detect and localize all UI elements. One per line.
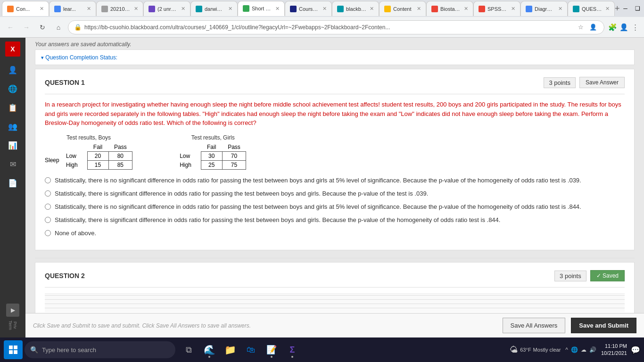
tab-content[interactable]: Content ✕ [379,1,426,16]
sidebar-icon-globe[interactable]: 🌐 [5,81,20,96]
star-icon[interactable]: ☆ [576,22,586,33]
weather-widget[interactable]: 🌤 63°F Mostly clear [510,345,561,355]
tab-close-8[interactable]: ✕ [370,6,374,12]
new-tab-button[interactable]: + [615,2,620,15]
save-answer-button-1[interactable]: Save Answer [579,77,625,88]
answer-label-5[interactable]: None of above. [55,229,96,238]
taskbar-app-word[interactable]: 📝 [262,340,281,359]
account-icon[interactable]: 👤 [619,22,629,33]
tab-close-1[interactable]: ✕ [40,6,44,12]
notification-icon[interactable]: 💬 [631,346,640,354]
tab-close-3[interactable]: ✕ [134,6,138,12]
tab-con[interactable]: Con... ✕ [2,1,49,16]
taskbar-app-files[interactable]: 📁 [221,340,239,359]
boys-table-title: Test results, Boys [45,134,132,141]
tab-short[interactable]: Short Es... ✕ [238,1,285,16]
save-all-answers-button[interactable]: Save All Answers [503,318,566,333]
question-1-header: QUESTION 1 3 points Save Answer [45,77,625,94]
minimize-button[interactable]: ─ [620,3,631,14]
tab-course[interactable]: Course H... ✕ [285,1,332,16]
start-button[interactable] [4,340,23,359]
svg-rect-3 [14,350,17,354]
tab-close-7[interactable]: ✕ [322,6,327,12]
profile-icon[interactable]: 👤 [588,22,598,33]
maximize-button[interactable]: ❑ [632,3,644,14]
tab-spss[interactable]: SPSS - M... ✕ [473,1,520,16]
radio-q1-option2[interactable] [45,190,51,197]
tab-diagram[interactable]: Diagram... ✕ [520,1,568,16]
tab-label-8: blackbo... [346,6,366,12]
sidebar-icon-user[interactable]: 👤 [5,62,20,77]
content-panel: Your answers are saved automatically. ▾ … [25,38,644,337]
home-button[interactable]: ⌂ [52,21,65,34]
tab-close-12[interactable]: ✕ [558,6,562,12]
sidebar-icon-doc[interactable]: 📄 [5,175,20,190]
tab-favicon-12 [526,6,532,12]
answer-label-4[interactable]: Statistically, there is significant diff… [55,216,500,224]
word-icon: 📝 [266,345,277,355]
sidebar-icon-mail[interactable]: ✉ [5,156,20,172]
radio-q1-option1[interactable] [45,177,51,183]
forward-button[interactable]: → [20,21,33,34]
sidebar-icon-chart[interactable]: 📊 [5,138,20,153]
sidebar-icon-clipboard[interactable]: 📋 [5,100,20,115]
answer-label-1[interactable]: Statistically, there is no significant d… [55,176,581,185]
taskbar-app-task-view[interactable]: ⧉ [179,340,198,359]
tab-2021[interactable]: 202100... ✕ [96,1,143,16]
taskbar-app-sigma[interactable]: Σ [283,340,302,359]
question-completion-bar[interactable]: ▾ Question Completion Status: [35,49,635,65]
saved-button-2[interactable]: ✓ Saved [590,270,625,281]
tab-unreads[interactable]: (2 unrea... ✕ [143,1,190,16]
taskbar-app-windows-store[interactable]: 🛍 [241,340,260,359]
tab-question[interactable]: QUESTIO... ✕ [568,1,615,16]
question-1-points-area: 3 points Save Answer [544,77,625,88]
tab-close-13[interactable]: ✕ [605,6,610,12]
tab-close-10[interactable]: ✕ [464,6,468,12]
more-icon[interactable]: ⋮ [630,22,640,33]
address-bar[interactable]: 🔒 https://bb-csuohio.blackboard.com/ultr… [68,20,604,34]
tab-close-6[interactable]: ✕ [275,6,280,12]
tab-blackbo[interactable]: blackbo... ✕ [332,1,379,16]
clock-date: 10/21/2021 [601,350,627,357]
tab-close-4[interactable]: ✕ [181,6,185,12]
sidebar-close-button[interactable]: X [5,41,20,57]
back-button[interactable]: ← [4,21,17,34]
taskbar-search-placeholder: Type here to search [42,346,96,354]
extensions-icon[interactable]: 🧩 [607,22,618,33]
radio-q1-option4[interactable] [45,217,51,223]
tray-expand-icon[interactable]: ^ [564,346,569,354]
girls-high-pass: 75 [222,160,246,169]
sidebar-collapse-button[interactable]: ▶ [6,304,19,317]
reload-button[interactable]: ↻ [36,21,49,34]
tray-cloud-icon[interactable]: ☁ [580,346,587,354]
question-1-points: 3 points [544,77,576,88]
taskbar-app-edge[interactable]: 🌊 [200,340,219,359]
tab-close-5[interactable]: ✕ [228,6,232,12]
tab-close-11[interactable]: ✕ [511,6,515,12]
taskbar-clock[interactable]: 11:10 PM 10/21/2021 [601,343,627,357]
save-submit-button[interactable]: Save and Submit [571,318,636,333]
app-indicator-word [271,356,272,358]
girls-low-pass: 70 [222,151,246,160]
tab-close-9[interactable]: ✕ [417,6,421,12]
tab-darwin[interactable]: darwinia... ✕ [190,1,238,16]
tray-volume-icon[interactable]: 🔊 [588,346,597,354]
answer-label-2[interactable]: Statistically, there is significant diff… [55,189,428,198]
answer-label-3[interactable]: Statistically, there is no significant d… [55,203,581,211]
tab-favicon-13 [573,6,579,12]
question-completion-link[interactable]: ▾ Question Completion Status: [41,54,117,61]
radio-q1-option5[interactable] [45,230,51,236]
radio-q1-option3[interactable] [45,204,51,210]
tab-close-2[interactable]: ✕ [87,6,91,12]
tray-network-icon[interactable]: 🌐 [570,346,579,354]
sidebar-icon-users[interactable]: 👥 [5,119,20,134]
edge-icon: 🌊 [204,344,215,355]
tab-favicon-1 [7,6,14,12]
tab-lear[interactable]: lear... ✕ [49,1,96,16]
app-indicator-sigma [291,356,293,358]
taskbar-search[interactable]: 🔍 Type here to search [25,341,175,358]
tab-biostats[interactable]: Biostatis... ✕ [426,1,473,16]
scroll-area[interactable]: Your answers are saved automatically. ▾ … [25,38,644,313]
taskbar-apps: ⧉ 🌊 📁 🛍 📝 Σ [179,340,302,359]
boys-table-group: Test results, Boys Fail Pass [45,134,132,170]
